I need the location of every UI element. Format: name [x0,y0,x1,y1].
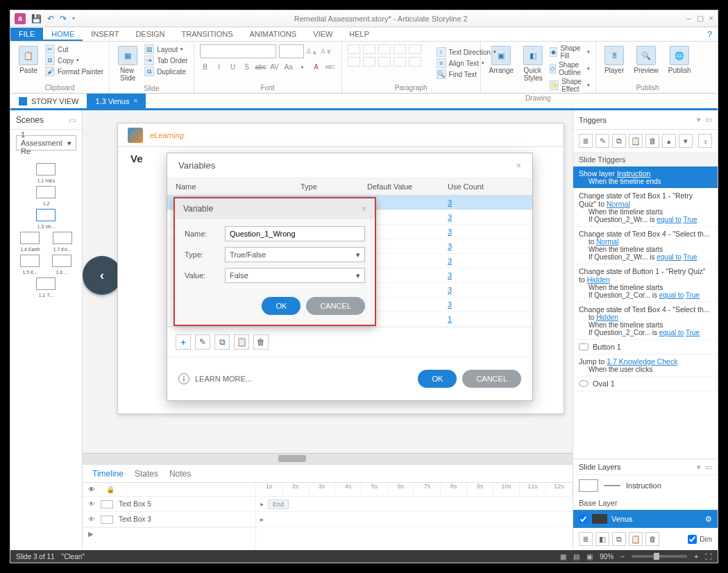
variable-editor-ok-button[interactable]: OK [262,297,300,315]
player-button[interactable]: 🎚Player [602,44,627,76]
paste-trigger-button[interactable]: 📋 [629,134,643,148]
horizontal-scrollbar[interactable] [83,453,573,464]
layout-button[interactable]: ▤Layout▾ [144,44,187,54]
new-layer-button[interactable]: 🗎 [579,532,593,546]
preview-button[interactable]: 🔍Preview [631,44,661,76]
file-tab-file[interactable]: FILE [10,28,43,41]
quick-styles-button[interactable]: ◧Quick Styles [520,44,545,83]
variables-ok-button[interactable]: OK [418,370,457,388]
trigger-link[interactable]: equal to [657,253,682,261]
font-color-button[interactable]: A [311,61,322,72]
panel-menu-icon[interactable]: ▭ [705,463,712,472]
shape-fill-button[interactable]: ◆Shape Fill▾ [550,44,590,60]
trigger-item[interactable]: Change state of Button 1 - "Retry Quiz" … [573,264,718,302]
copy-trigger-button[interactable]: ⧉ [612,134,626,148]
align-left-button[interactable] [348,57,360,67]
zoom-in-button[interactable]: + [694,553,698,561]
base-layer-item[interactable]: Venus ⚙ [573,510,718,528]
file-tab-animations[interactable]: ANIMATIONS [242,28,305,41]
shape-effect-button[interactable]: ✨Shape Effect▾ [550,78,590,93]
new-slide-button[interactable]: ▦ New Slide [115,44,140,83]
view-reading-icon[interactable]: ▣ [586,553,593,561]
copy-layer-button[interactable]: ⧉ [612,532,626,546]
close-tab-icon[interactable]: × [133,97,137,105]
file-tab-design[interactable]: DESIGN [127,28,173,41]
align-justify-button[interactable] [393,57,406,67]
panel-menu-icon[interactable]: ▭ [705,115,712,124]
zoom-out-button[interactable]: − [620,553,625,561]
shadow-button[interactable]: S [242,61,253,72]
maximize-button[interactable]: ▢ [697,14,704,23]
cut-button[interactable]: ✂Cut [45,44,103,54]
scene-tree[interactable]: 1.1 Intro 1.2 1.3 Ve... 1.4 Earth 1.7 Kn… [10,156,82,550]
variable-value-select[interactable]: False▾ [225,268,365,283]
panel-pin-icon[interactable]: ▾ [697,463,701,472]
timeline-row[interactable]: 👁 Text Box 3 [83,512,255,527]
minimize-button[interactable]: – [686,14,691,23]
distribute-button[interactable] [409,57,421,67]
layer-item[interactable]: Instruction [573,475,718,496]
fit-window-icon[interactable]: ⛶ [705,553,712,561]
qat-dropdown-icon[interactable]: ▾ [72,15,75,22]
trigger-item[interactable]: Show layer Instruction When the timeline… [573,166,718,189]
help-icon[interactable]: ? [702,28,718,41]
timeline-track[interactable]: ▸End [256,497,573,512]
trigger-link[interactable]: True [686,329,700,336]
duplicate-layer-button[interactable]: ◧ [595,532,609,546]
underline-button[interactable]: U [228,61,239,72]
variables-dialog-close-icon[interactable]: × [516,160,521,171]
edit-variable-button[interactable]: ✎ [195,334,210,350]
dim-toggle[interactable]: Dim [688,535,712,544]
trigger-link[interactable]: True [686,291,700,299]
italic-button[interactable]: I [214,61,225,72]
trigger-item[interactable]: Jump to 1.7 Knowledge Check When the use… [573,354,718,377]
change-case-button[interactable]: Aa [283,61,294,72]
variable-name-input[interactable] [225,226,365,241]
gear-icon[interactable]: ⚙ [705,515,712,524]
indent-dec-button[interactable] [378,44,391,54]
file-tab-home[interactable]: HOME [43,28,83,41]
paste-layer-button[interactable]: 📋 [629,532,643,546]
timeline-ruler[interactable]: 1s2s3s4s5s6s7s8s9s10s11s12s [256,483,573,497]
trigger-link[interactable]: Normal [607,200,630,208]
bold-button[interactable]: B [200,61,211,72]
slide-stage[interactable]: eLearning Ve Variables× Name Type Defaul… [117,123,564,414]
zoom-handle[interactable] [654,553,659,560]
publish-button[interactable]: 🌐Publish [666,44,694,76]
scene-selector[interactable]: 1 Assessment Re▾ [16,135,76,151]
visibility-toggle[interactable]: 👁 [88,515,95,523]
format-painter-button[interactable]: 🖌Format Painter [45,67,103,76]
paste-variable-button[interactable]: 📋 [234,334,249,350]
play-button[interactable]: ▶ [88,530,94,538]
tab-current-slide[interactable]: 1.3 Venus× [87,94,146,108]
file-tab-view[interactable]: VIEW [305,28,341,41]
trigger-link[interactable]: equal to [659,329,684,336]
trigger-link[interactable]: equal to [659,291,684,299]
duplicate-button[interactable]: ⧉Duplicate [144,67,187,76]
variable-type-select[interactable]: True/False▾ [225,247,365,262]
char-spacing-button[interactable]: AV [269,61,280,72]
trigger-link[interactable]: Hidden [587,275,610,284]
superscript-button[interactable]: ABC [325,61,336,72]
add-trigger-button[interactable]: 🗎 [579,134,593,148]
timeline-track[interactable]: ▸ [256,512,573,527]
learn-more-link[interactable]: LEARN MORE... [195,375,252,383]
numbering-button[interactable] [363,44,375,54]
align-right-button[interactable] [378,57,391,67]
text-direction-button[interactable]: ↕Text Direction▾ [437,47,497,57]
tab-timeline[interactable]: Timeline [92,469,124,479]
playhead-icon[interactable]: ▸ [256,515,268,523]
find-text-button[interactable]: 🔍Find Text [437,69,497,79]
move-down-trigger-button[interactable]: ▾ [679,134,693,148]
eye-header-icon[interactable]: 👁 [83,486,101,493]
panel-pin-icon[interactable]: ▾ [697,115,701,124]
tab-states[interactable]: States [135,469,158,479]
file-tab-help[interactable]: HELP [341,28,378,41]
shrink-font-button[interactable]: A▼ [321,48,332,55]
base-layer-checkbox[interactable] [579,515,588,524]
undo-icon[interactable]: ↶ [47,14,54,24]
font-size-select[interactable] [279,44,304,58]
trigger-object-header[interactable]: Oval 1 [573,377,718,391]
timeline-row[interactable]: 👁 Text Box 5 [83,497,255,512]
trigger-link[interactable]: True [683,216,697,223]
